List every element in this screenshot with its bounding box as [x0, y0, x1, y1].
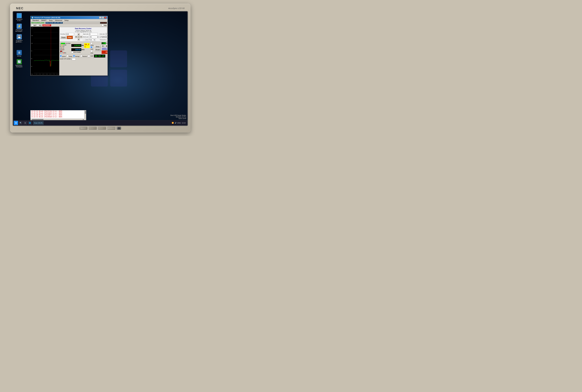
- block-qnt-row: block qnt: 256: [83, 36, 99, 38]
- menu-item-advanced[interactable]: Advanced: [54, 19, 63, 22]
- boot-info-line3: Build 10240: [171, 118, 186, 119]
- sound-row: sound API number: [59, 58, 107, 60]
- end-lba-row: End LBA: MAX: [100, 33, 107, 35]
- first-lba-input[interactable]: [66, 33, 74, 35]
- start-lba-row: Start LBA:: [83, 33, 99, 35]
- sector-label-4: 200: [60, 48, 62, 49]
- monitor-minus-button[interactable]: –: [89, 127, 97, 130]
- svg-rect-1: [110, 50, 127, 67]
- taskbar-search-icon[interactable]: 🔍: [19, 121, 23, 125]
- end-of-test-check[interactable]: [83, 39, 85, 41]
- stop-button[interactable]: Stop: [67, 36, 73, 39]
- pause-stop-row: Pause Stop: [60, 36, 74, 39]
- pause-button[interactable]: Pause: [60, 36, 67, 39]
- desktop-icon-settings[interactable]: ⚡ Параметрыбыстродей...: [14, 24, 24, 32]
- sector-bar-2: [61, 44, 62, 46]
- svg-rect-3: [110, 70, 127, 86]
- taskbar-time: 13:22: [182, 122, 186, 124]
- write-label: Writ: [106, 42, 107, 44]
- radio-hint[interactable]: Hint: [102, 24, 106, 26]
- sector-bar-4: [62, 48, 62, 49]
- monitor-auto-reset-button[interactable]: AUTO/RESET: [107, 127, 115, 130]
- stats-row: 5 1017930 20 62582 50: [59, 42, 107, 54]
- maximize-button[interactable]: □: [102, 16, 104, 19]
- recall-button[interactable]: Recall: [94, 48, 101, 51]
- lba-settings: Start LBA: block qnt: 256: [83, 33, 99, 41]
- end-of-test-select[interactable]: End of test: [85, 39, 95, 41]
- sector-bars: 5 1017930 20 62582 50: [60, 43, 70, 54]
- sector-bar-3: [61, 46, 62, 47]
- taskbar-program-victoria[interactable]: Scan 28,3%: [33, 121, 44, 125]
- erase-radio[interactable]: Erase: [67, 55, 72, 57]
- hscroll-arrow-right[interactable]: ▶: [83, 119, 84, 120]
- nav-left[interactable]: ◄: [75, 36, 77, 38]
- grid-checkbox[interactable]: [88, 55, 90, 57]
- explorer-label: Перезагруз...Проводник: [15, 64, 23, 68]
- end-lba2-input[interactable]: [100, 36, 107, 38]
- taskbar-program-label: Scan 28,3%: [34, 122, 42, 124]
- timer-display: 00:58:25: [94, 54, 105, 58]
- monitor-select-button[interactable]: SELECT: [79, 127, 87, 130]
- api-input[interactable]: [71, 58, 76, 60]
- menu-item-standard[interactable]: Standard: [31, 19, 40, 22]
- desktop-icon-penetwork[interactable]: 🌐 PENetworkv0.58.2: [14, 13, 24, 21]
- monitor-plus-button[interactable]: +: [98, 127, 106, 130]
- power-button[interactable]: Power: [101, 50, 107, 54]
- drc-subtitle: Victoria, Belarus, Minsk city: [60, 30, 106, 31]
- close-button[interactable]: ✕: [104, 16, 106, 19]
- log-area: 13:22:22 Block 276137216 Error: UNCR 13:…: [30, 110, 86, 120]
- desktop-icon-install[interactable]: 💾 Установитьдрайвера...: [14, 34, 24, 42]
- pppoe-label: PPPoE: [17, 56, 21, 57]
- passp-button[interactable]: Passp: [101, 48, 107, 50]
- sector-row-4: 200 41: [60, 48, 70, 49]
- nav-right[interactable]: ►: [80, 36, 82, 38]
- timeout-input[interactable]: [107, 39, 107, 41]
- radio-verify[interactable]: verify: [90, 42, 94, 46]
- play-button[interactable]: ▶: [101, 44, 105, 47]
- block-qnt-select[interactable]: 256: [89, 36, 99, 38]
- taskbar-ie-icon[interactable]: 🌐: [28, 121, 32, 125]
- start-lba-input[interactable]: [89, 33, 98, 35]
- radio-write[interactable]: write: [90, 50, 94, 54]
- menu-item-setup[interactable]: Setup: [63, 19, 70, 22]
- log-hscrollbar[interactable]: ▶: [30, 119, 84, 120]
- sleep-button[interactable]: Sleep: [94, 45, 101, 48]
- menu-item-tests[interactable]: Tests: [48, 19, 54, 22]
- ignore-radio[interactable]: Ignore: [60, 55, 66, 57]
- nav-arrows-container: ▲ ◄ ► ▼: [75, 33, 82, 41]
- timeout-label: TimeoutCur:: [100, 39, 107, 40]
- taskbar-network-icon: 📶: [172, 122, 174, 124]
- radio-read[interactable]: read: [90, 46, 94, 50]
- nav-center[interactable]: [77, 36, 80, 38]
- sector-val-6: 0: [62, 50, 63, 52]
- start-icon: ⊞: [15, 122, 17, 124]
- end-lba-input[interactable]: [105, 33, 107, 35]
- minimize-button[interactable]: _: [99, 16, 101, 19]
- kbs-value: 99840: [71, 48, 81, 51]
- restore-radio[interactable]: Restore: [80, 55, 87, 57]
- desktop-icon-pppoe[interactable]: 🖥 PPPoE: [14, 50, 24, 57]
- remap-radio[interactable]: Remap: [73, 55, 79, 57]
- start-button[interactable]: ⊞: [14, 121, 18, 125]
- first-lba-label: First lba:: [60, 34, 65, 35]
- right-panel: Data Recovery Center: Victoria, Belarus,…: [59, 27, 107, 75]
- desktop-icon-explorer[interactable]: 🔄 Перезагруз...Проводник: [14, 59, 24, 68]
- taskbar-language[interactable]: ENG: [177, 122, 181, 124]
- nav-down[interactable]: ▼: [77, 38, 80, 41]
- log-scrollbar[interactable]: [84, 110, 86, 120]
- monitor-buttons: SELECT – + AUTO/RESET ⏻: [79, 126, 121, 130]
- radio-epi[interactable]: ePi: [31, 24, 36, 26]
- boot-info-line2: Windows 10 Pro: [171, 116, 186, 118]
- victoria-title: 💿 Victoria 4.47 Freeware (2013-02-20): [31, 17, 60, 19]
- end-lba2-row: [100, 36, 107, 38]
- monitor-power-button[interactable]: ⏻: [117, 127, 121, 130]
- menu-item-smart[interactable]: SMART: [40, 19, 48, 22]
- radio-p[interactable]: P/2: [37, 24, 41, 26]
- nav-up[interactable]: ▲: [77, 33, 80, 36]
- ddo-checkbox[interactable]: [71, 51, 73, 53]
- taskbar-task-view-icon[interactable]: ⊞: [23, 121, 27, 125]
- drc-panel: Data Recovery Center: Victoria, Belarus,…: [59, 27, 107, 42]
- prev-button[interactable]: ◀: [105, 44, 107, 47]
- sector-val-5: 90: [63, 49, 64, 50]
- sector-bar-1: [61, 43, 65, 44]
